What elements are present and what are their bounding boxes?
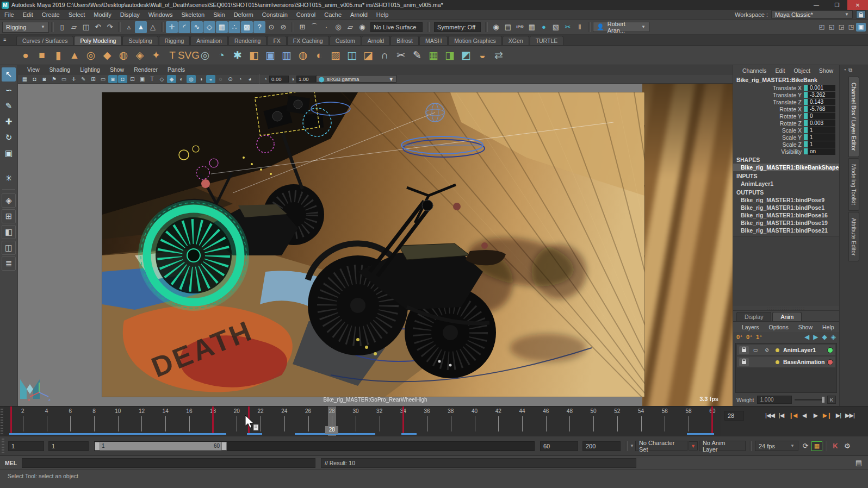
attribute-label[interactable]: Rotate Y	[733, 113, 804, 120]
step-back-key-button[interactable]: ❙◀	[788, 410, 798, 421]
safe-title-icon[interactable]: T	[147, 75, 157, 83]
menu-item[interactable]: Arnold	[346, 10, 372, 20]
gamma-field[interactable]: 1.00	[296, 76, 316, 83]
render-settings-icon[interactable]: ▦	[526, 21, 538, 33]
boolean-union-icon[interactable]: ◍	[295, 47, 311, 64]
command-line-mode-toggle[interactable]: MEL	[0, 460, 22, 466]
menu-item[interactable]: Display	[116, 10, 144, 20]
keyframe-marker[interactable]	[711, 406, 713, 433]
layer-editor-tab[interactable]: Anim	[772, 312, 802, 321]
new-scene-icon[interactable]: ▯	[56, 21, 68, 33]
render-frame-icon[interactable]: ▤	[502, 21, 514, 33]
bridge-icon[interactable]: ∩	[376, 47, 393, 64]
shadows-icon[interactable]: ◑	[196, 75, 206, 83]
lock-camera-icon[interactable]: ◘	[30, 75, 39, 83]
undo-icon[interactable]: ↶	[92, 21, 104, 33]
shelf-tab[interactable]: Poly Modeling	[74, 36, 122, 45]
motion-blur-icon[interactable]: ◌	[216, 75, 225, 83]
viewport-canvas[interactable]: DEATH	[18, 84, 733, 406]
layer-mute-icon[interactable]: ⊘	[762, 346, 772, 354]
paint-select-tool[interactable]: ✎	[2, 99, 16, 113]
menu-item[interactable]: Help	[372, 10, 393, 20]
attribute-value-field[interactable]: on	[808, 148, 835, 155]
maximize-button[interactable]: ❐	[827, 0, 847, 10]
menu-item[interactable]: Control	[292, 10, 320, 20]
snap-view-plane-icon[interactable]: ▱	[344, 21, 356, 33]
poly-cube-icon[interactable]: ■	[34, 47, 50, 64]
playback-range-bar[interactable]: 1 60	[95, 442, 227, 451]
attribute-value-field[interactable]: 0.001	[808, 85, 835, 91]
boolean-difference-icon[interactable]: ◐	[311, 47, 327, 64]
attribute-label[interactable]: Rotate Z	[733, 120, 804, 127]
exposure-icon[interactable]: ◔	[262, 75, 269, 83]
snap-to-grid-icon[interactable]: ⊞	[296, 21, 308, 33]
auto-key-button[interactable]: K	[829, 440, 841, 452]
pause-viewport-icon[interactable]: ‖	[574, 21, 586, 33]
keyframe-marker[interactable]	[212, 406, 214, 433]
attribute-label[interactable]: Rotate X	[733, 106, 804, 112]
menuset-dropdown[interactable]: Rigging▼	[2, 22, 49, 33]
output-node-item[interactable]: Bike_rig_MASTER1:bindPose21	[733, 227, 839, 234]
select-tool[interactable]: ↖	[2, 67, 16, 82]
output-node-item[interactable]: Bike_rig_MASTER1:bindPose9	[733, 196, 839, 204]
attribute-label[interactable]: Translate Z	[733, 99, 804, 105]
time-slider-track[interactable]: 2468101214161820222426283032343638404244…	[4, 406, 721, 436]
gate-mask-icon[interactable]: ◘	[118, 75, 127, 83]
grease-pencil-icon[interactable]: ✎	[79, 75, 88, 83]
mel-command-input[interactable]	[22, 458, 315, 468]
svg-tool-icon[interactable]: SVG	[181, 47, 197, 64]
set-time-icon[interactable]: ◔	[213, 47, 230, 64]
create-uv-icon[interactable]: ▦	[425, 47, 442, 64]
layer-editor-menu-item[interactable]: Help	[818, 323, 839, 331]
select-hierarchy-mode[interactable]: ▵	[123, 21, 135, 33]
workspace-lock-button[interactable]	[856, 10, 866, 18]
attribute-label[interactable]: Scale X	[733, 127, 804, 134]
layer-editor-menu-item[interactable]: Show	[794, 323, 817, 331]
select-object-mode[interactable]: ▲	[135, 21, 147, 33]
step-forward-key-button[interactable]: ▶❙	[822, 410, 832, 421]
playback-start-field[interactable]: 1	[48, 441, 89, 451]
shelf-menu-icon[interactable]: ≡	[3, 37, 8, 42]
menu-item[interactable]: Create	[38, 10, 64, 20]
weight-key-button[interactable]: K	[827, 396, 836, 404]
attribute-value-field[interactable]: -5.768	[808, 106, 835, 112]
range-end-handle[interactable]	[221, 442, 227, 451]
anim-layer-dropdown[interactable]: No Anim Layer	[699, 441, 746, 451]
platonic-solid-icon[interactable]: ◈	[132, 47, 148, 64]
menu-item[interactable]: Cache	[320, 10, 346, 20]
shelf-tab[interactable]: FX Caching	[287, 36, 329, 45]
user-account-dropdown[interactable]: 👤Robert Aran...▼	[593, 22, 649, 32]
poly-cylinder-icon[interactable]: ▮	[50, 47, 66, 64]
channel-box-menu-item[interactable]: Channels	[739, 67, 770, 74]
keyframe-marker[interactable]	[248, 406, 250, 433]
output-node-item[interactable]: Bike_rig_MASTER1:bindPose16	[733, 211, 839, 219]
scene-navigation-sphere[interactable]	[426, 103, 444, 122]
anim-layer-row[interactable]: ▭ ⊘ AnimLayer1	[737, 345, 835, 355]
tool-settings-toggle[interactable]: ▣	[856, 23, 866, 32]
keyframe-marker[interactable]	[10, 406, 12, 433]
poly-cone-icon[interactable]: ▲	[66, 47, 83, 64]
snap-to-curve-icon[interactable]: ⌒	[308, 21, 320, 33]
minimize-button[interactable]: —	[806, 0, 827, 10]
auto-uv-icon[interactable]: ◩	[458, 47, 474, 64]
attribute-label[interactable]: Translate X	[733, 85, 804, 91]
sculpt-mesh-icon[interactable]: ◒	[474, 47, 491, 64]
menu-item[interactable]: Edit	[18, 10, 38, 20]
outliner-layout[interactable]: ≣	[2, 256, 16, 271]
four-pane-layout[interactable]: ⊞	[2, 209, 16, 223]
move-tool[interactable]: ✚	[2, 115, 16, 129]
attribute-value-field[interactable]: 0.143	[808, 99, 835, 105]
construction-aim-icon[interactable]: ◎	[197, 47, 213, 64]
super-shape-icon[interactable]: ✦	[148, 47, 164, 64]
ipr-render-icon[interactable]: IPR	[514, 21, 526, 33]
gamma-icon[interactable]: ◑	[289, 75, 296, 83]
character-set-icon[interactable]: ▼	[689, 441, 698, 451]
channel-box-menu-item[interactable]: Edit	[771, 67, 789, 74]
image-plane-icon[interactable]: ▭	[59, 75, 69, 83]
layer-editor-menu-item[interactable]: Layers	[737, 323, 764, 331]
current-frame-field[interactable]: 28	[724, 411, 744, 421]
safe-action-icon[interactable]: ▣	[138, 75, 147, 83]
anim-end-field[interactable]: 200	[582, 441, 621, 451]
workspace-dropdown[interactable]: Maya Classic*▼	[771, 10, 853, 18]
sidebar-vertical-tab[interactable]: Modeling Toolkit	[848, 158, 859, 211]
